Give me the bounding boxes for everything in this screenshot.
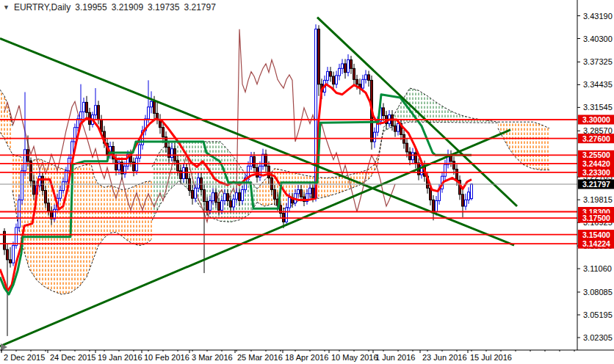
candle-body xyxy=(374,132,376,142)
ohlc-low: 3.19735 xyxy=(148,2,179,12)
price-tick-label: 3.37325 xyxy=(583,57,613,66)
candle-body xyxy=(183,167,185,178)
date-label: 18 Apr 2016 xyxy=(285,353,328,362)
candle-body xyxy=(198,178,200,188)
current-price-badge-text: 3.21797 xyxy=(582,180,610,189)
candle-body xyxy=(471,184,473,199)
price-tick-label: 3.11060 xyxy=(583,264,612,273)
chart-title: ▼ EURTRY,Daily 3.19955 3.21909 3.19735 3… xyxy=(3,2,216,12)
candle-body xyxy=(195,188,197,198)
candle-body xyxy=(468,192,470,200)
level-price-badge-text: 3.24420 xyxy=(582,159,610,168)
mt4-chart-window: 3.431903.403003.373253.344353.315453.285… xyxy=(0,0,614,364)
candle-body xyxy=(356,79,358,84)
date-label: 19 Jan 2016 xyxy=(98,353,142,362)
candle-body xyxy=(15,228,18,246)
candle-body xyxy=(230,201,232,208)
candle-body xyxy=(30,161,32,181)
candle-body xyxy=(383,108,385,116)
date-label: 1 Jun 2016 xyxy=(375,353,415,362)
date-label: 10 May 2016 xyxy=(331,353,378,362)
candle-body xyxy=(86,102,88,112)
level-price-badge: 3.27600 xyxy=(578,134,614,143)
candle-body xyxy=(336,76,338,84)
candle-body xyxy=(209,201,212,211)
level-price-badge-text: 3.30000 xyxy=(582,115,610,124)
ohlc-high: 3.21909 xyxy=(112,2,143,12)
candle-body xyxy=(233,199,235,207)
date-label: 15 Jul 2016 xyxy=(470,353,512,362)
candle-body xyxy=(177,161,179,171)
symbol-period-label: EURTRY,Daily xyxy=(14,2,71,12)
candle-body xyxy=(101,120,103,131)
candle-body xyxy=(98,106,100,120)
candle-body xyxy=(318,29,320,84)
candle-body xyxy=(465,200,467,206)
candle-body xyxy=(286,208,288,222)
date-label: 23 Jun 2016 xyxy=(422,353,467,362)
candle-body xyxy=(206,202,209,211)
candle-body xyxy=(436,201,438,212)
candle-body xyxy=(362,79,364,88)
candle-body xyxy=(148,107,150,119)
candle-body xyxy=(300,190,303,197)
price-tick-label: 3.05195 xyxy=(583,310,613,319)
price-tick-label: 3.19815 xyxy=(583,195,613,204)
candle-body xyxy=(444,164,447,176)
candle-body xyxy=(224,194,226,201)
date-label: 25 Mar 2016 xyxy=(237,353,283,362)
price-tick-label: 3.40300 xyxy=(583,34,613,43)
level-price-badge-text: 3.23300 xyxy=(582,168,610,177)
candle-body xyxy=(59,191,62,199)
candle-body xyxy=(168,148,170,158)
date-label: 24 Dec 2015 xyxy=(50,353,95,362)
candle-body xyxy=(68,159,71,171)
price-chart-canvas[interactable]: 3.431903.403003.373253.344353.315453.285… xyxy=(0,0,614,364)
candle-body xyxy=(162,128,165,137)
candle-body xyxy=(7,250,9,260)
candle-body xyxy=(462,194,464,206)
candle-body xyxy=(236,193,238,200)
date-label: 2 Dec 2015 xyxy=(4,353,45,362)
candle-body xyxy=(218,203,220,211)
candle-body xyxy=(365,75,367,79)
level-price-badge: 3.15400 xyxy=(578,230,614,239)
candle-body xyxy=(154,101,156,113)
candle-body xyxy=(330,72,332,76)
candle-body xyxy=(171,149,173,158)
candle-body xyxy=(394,126,397,132)
ohlc-open: 3.19955 xyxy=(75,2,106,12)
candle-body xyxy=(115,159,118,170)
candle-body xyxy=(297,190,300,194)
candle-body xyxy=(221,201,223,211)
date-label: 3 Mar 2016 xyxy=(192,353,233,362)
level-price-badge-text: 3.27600 xyxy=(582,134,610,143)
candle-body xyxy=(48,203,50,211)
candle-body xyxy=(83,102,85,112)
candle-body xyxy=(186,167,188,178)
candle-body xyxy=(62,182,65,191)
candle-body xyxy=(10,260,12,263)
candle-body xyxy=(239,193,241,201)
candle-body xyxy=(139,145,141,158)
candle-body xyxy=(333,76,335,84)
chevron-down-icon[interactable]: ▼ xyxy=(3,4,10,11)
level-price-badge: 3.17500 xyxy=(578,214,614,223)
candle-body xyxy=(412,153,414,160)
candle-body xyxy=(242,190,244,201)
price-tick-label: 3.02305 xyxy=(583,333,613,342)
candle-body xyxy=(262,154,264,166)
candle-body xyxy=(12,246,15,263)
price-tick-label: 3.34435 xyxy=(583,80,613,89)
price-tick-label: 3.08085 xyxy=(583,288,613,296)
candle-body xyxy=(339,68,341,76)
candle-body xyxy=(192,191,194,199)
level-price-badge-text: 3.14224 xyxy=(582,239,610,248)
level-price-badge-text: 3.17500 xyxy=(582,214,610,222)
level-price-badge: 3.24420 xyxy=(578,159,614,168)
candle-body xyxy=(309,188,311,194)
candle-body xyxy=(406,143,408,152)
candle-body xyxy=(95,106,97,115)
current-price-badge: 3.21797 xyxy=(578,180,614,189)
candle-body xyxy=(227,194,229,201)
